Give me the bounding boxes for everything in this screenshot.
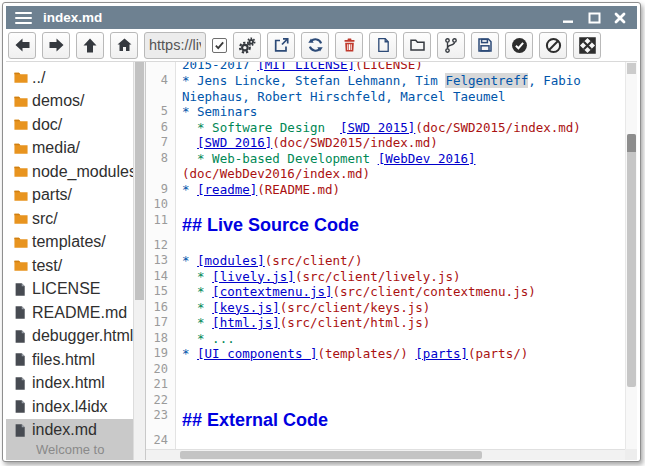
fullscreen-button[interactable] bbox=[573, 32, 601, 59]
editor-line-21: 21 bbox=[146, 377, 625, 393]
line-text: 2015-2017 [MIT LICENSE](LICENSE) bbox=[176, 62, 423, 73]
markdown-url: (src/client/contextmenu.js) bbox=[333, 284, 536, 299]
editor-vertical-scrollbar[interactable] bbox=[625, 62, 637, 449]
line-text: * [readme](README.md) bbox=[176, 182, 340, 198]
line-number: 11 bbox=[146, 213, 176, 238]
line-number: 16 bbox=[146, 300, 176, 316]
file-list-item-media[interactable]: media/ bbox=[6, 137, 133, 161]
file-list: ../demos/doc/media/node_modules/parts/sr… bbox=[6, 62, 133, 460]
editor-line-15: 15 * [contextmenu.js](src/client/context… bbox=[146, 284, 625, 300]
minimize-button[interactable] bbox=[555, 8, 581, 28]
forward-button[interactable] bbox=[42, 32, 70, 59]
new-folder-button[interactable] bbox=[403, 32, 431, 59]
file-list-item-..[interactable]: ../ bbox=[6, 66, 133, 90]
url-input[interactable] bbox=[144, 32, 206, 59]
menu-icon[interactable] bbox=[15, 9, 32, 27]
file-list-item-debugger.html[interactable]: debugger.html bbox=[6, 325, 133, 349]
url-autoload-checkbox[interactable] bbox=[212, 38, 227, 53]
markdown-link: [SWD 2015] bbox=[340, 120, 415, 135]
markdown-link: [html.js] bbox=[212, 315, 280, 330]
file-label: node_modules/ bbox=[32, 163, 133, 181]
file-list-item-index.md[interactable]: index.md bbox=[6, 419, 133, 443]
editor-hscrollbar-thumb[interactable] bbox=[180, 451, 482, 459]
save-button[interactable] bbox=[471, 32, 499, 59]
line-number: 4 bbox=[146, 73, 176, 89]
markdown-text: * bbox=[182, 300, 212, 315]
editor-line-8: 8 * Web-based Development [WebDev 2016] bbox=[146, 151, 625, 167]
close-button[interactable] bbox=[607, 8, 633, 28]
markdown-url: (doc/WebDev2016/index.md) bbox=[182, 166, 370, 181]
line-text: ## Live Source Code bbox=[176, 213, 359, 238]
open-external-button[interactable] bbox=[267, 32, 295, 59]
sidebar-scrollbar-thumb[interactable] bbox=[135, 62, 144, 300]
markdown-url: (templates/) bbox=[317, 346, 407, 361]
line-number: 9 bbox=[146, 182, 176, 198]
ban-icon bbox=[545, 37, 562, 54]
folder-icon bbox=[13, 235, 32, 250]
check-circle-icon bbox=[511, 37, 528, 54]
scrollbar-highlight-mark bbox=[627, 134, 636, 152]
editor-horizontal-scrollbar[interactable] bbox=[146, 449, 625, 460]
file-list-item-readme.md[interactable]: README.md bbox=[6, 301, 133, 325]
markdown-link: [parts] bbox=[415, 346, 468, 361]
editor-line-24: 24 bbox=[146, 433, 625, 449]
up-button[interactable] bbox=[76, 32, 104, 59]
line-number: 14 bbox=[146, 269, 176, 285]
line-number bbox=[146, 166, 176, 182]
markdown-editor[interactable]: 2015-2017 [MIT LICENSE](LICENSE)4* Jens … bbox=[146, 62, 637, 460]
back-button[interactable] bbox=[8, 32, 36, 59]
file-label: README.md bbox=[32, 304, 127, 322]
file-label: ../ bbox=[32, 69, 45, 87]
editor-line-17: 17 * [html.js](src/client/html.js) bbox=[146, 315, 625, 331]
refresh-button[interactable] bbox=[301, 32, 329, 59]
file-list-item-src[interactable]: src/ bbox=[6, 207, 133, 231]
line-number: 5 bbox=[146, 104, 176, 120]
line-number bbox=[146, 62, 176, 73]
line-number: 13 bbox=[146, 253, 176, 269]
arrow-up-icon bbox=[82, 37, 98, 54]
delete-button[interactable] bbox=[335, 32, 363, 59]
expand-icon bbox=[579, 37, 596, 54]
folder-icon bbox=[13, 70, 32, 85]
accept-button[interactable] bbox=[505, 32, 533, 59]
maximize-button[interactable] bbox=[581, 8, 607, 28]
file-list-item-parts[interactable]: parts/ bbox=[6, 184, 133, 208]
file-label: index.md bbox=[32, 421, 97, 439]
markdown-url: (doc/SWD2015/index.md) bbox=[415, 120, 581, 135]
markdown-link: [SWD 2016] bbox=[197, 135, 272, 150]
line-text: * Jens Lincke, Stefan Lehmann, Tim Felge… bbox=[176, 73, 581, 89]
file-list-item-index.html[interactable]: index.html bbox=[6, 372, 133, 396]
new-file-button[interactable] bbox=[369, 32, 397, 59]
cancel-button[interactable] bbox=[539, 32, 567, 59]
file-label: media/ bbox=[32, 139, 80, 157]
editor-line-20: 20 bbox=[146, 362, 625, 378]
line-number: 19 bbox=[146, 346, 176, 362]
line-text: * [contextmenu.js](src/client/contextmen… bbox=[176, 284, 536, 300]
window: index.md ../demos/doc/media/node_modules… bbox=[2, 2, 641, 462]
file-list-item-doc[interactable]: doc/ bbox=[6, 113, 133, 137]
sidebar-scrollbar[interactable] bbox=[133, 62, 146, 460]
settings-button[interactable] bbox=[233, 32, 261, 59]
line-text: * Software Design [SWD 2015](doc/SWD2015… bbox=[176, 120, 581, 136]
folder-icon bbox=[13, 94, 32, 109]
file-list-item-demos[interactable]: demos/ bbox=[6, 90, 133, 114]
markdown-link: [contextmenu.js] bbox=[212, 284, 332, 299]
markdown-text: * bbox=[182, 269, 212, 284]
file-list-item-license[interactable]: LICENSE bbox=[6, 278, 133, 302]
markdown-link: [lively.js] bbox=[212, 269, 295, 284]
file-label: demos/ bbox=[32, 92, 84, 110]
markdown-text: * bbox=[182, 182, 197, 197]
home-button[interactable] bbox=[110, 32, 138, 59]
markdown-url: (src/client/) bbox=[265, 253, 363, 268]
versions-button[interactable] bbox=[437, 32, 465, 59]
file-list-item-test[interactable]: test/ bbox=[6, 254, 133, 278]
editor-line-4: 4* Jens Lincke, Stefan Lehmann, Tim Felg… bbox=[146, 73, 625, 89]
file-icon bbox=[376, 37, 391, 53]
line-number: 8 bbox=[146, 151, 176, 167]
file-list-item-index.l4idx[interactable]: index.l4idx bbox=[6, 395, 133, 419]
file-list-item-files.html[interactable]: files.html bbox=[6, 348, 133, 372]
editor-vscrollbar-thumb[interactable] bbox=[627, 134, 636, 387]
file-list-item-node-modules[interactable]: node_modules/ bbox=[6, 160, 133, 184]
file-list-item-templates[interactable]: templates/ bbox=[6, 231, 133, 255]
editor-line: Niephaus, Robert Hirschfeld, Marcel Taeu… bbox=[146, 89, 625, 105]
